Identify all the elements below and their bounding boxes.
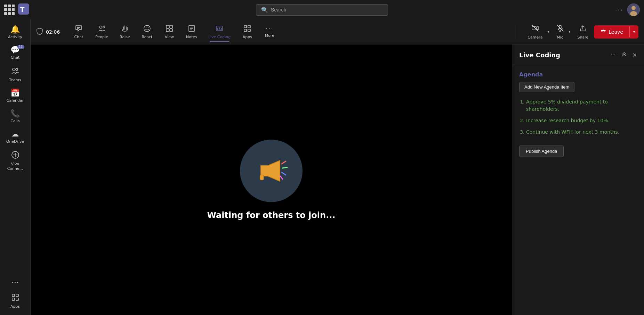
top-bar: T 🔍 ··· [0, 0, 644, 19]
sidebar-item-onedrive[interactable]: ☁ OneDrive [2, 127, 29, 147]
chat-btn-label: Chat [74, 35, 83, 39]
svg-line-40 [282, 161, 286, 164]
agenda-item-1: Approve 5% dividend payment to sharehold… [526, 98, 637, 113]
leave-main: Leave [594, 25, 629, 39]
sidebar-item-label: Calendar [7, 98, 24, 103]
more-options-icon[interactable]: ··· [615, 6, 623, 14]
people-btn-label: People [95, 35, 108, 39]
agenda-item-2: Increase research budget by 10%. [526, 117, 637, 124]
camera-icon [531, 24, 539, 34]
panel-close-btn[interactable]: ✕ [631, 50, 638, 60]
svg-point-15 [103, 26, 104, 28]
camera-group: Camera ▾ [524, 22, 550, 42]
calls-icon: 📞 [10, 110, 20, 117]
sidebar-item-teams[interactable]: Teams [2, 63, 29, 86]
sidebar-item-label: Teams [9, 78, 21, 82]
toolbar-more-btn[interactable]: ··· More [259, 23, 280, 41]
live-coding-btn-label: Live Coding [208, 35, 231, 39]
svg-point-6 [16, 68, 18, 71]
waiting-text: Waiting for others to join... [207, 210, 336, 220]
toolbar-view-btn[interactable]: View [159, 22, 180, 42]
sidebar-item-chat[interactable]: 💬 11 Chat [2, 43, 29, 63]
svg-rect-10 [12, 298, 15, 300]
panel-more-btn[interactable]: ··· [609, 50, 617, 60]
viva-icon [11, 151, 19, 160]
svg-rect-19 [166, 25, 169, 28]
apps-btn-label: Apps [243, 35, 252, 39]
shield-icon [36, 27, 43, 36]
panel-title: Live Coding [519, 51, 609, 59]
onedrive-icon: ☁ [11, 130, 19, 138]
sidebar-item-viva[interactable]: Viva Conne... [2, 147, 29, 174]
toolbar-chat-btn[interactable]: Chat [68, 22, 89, 42]
agenda-list: Approve 5% dividend payment to sharehold… [519, 98, 637, 136]
sidebar-item-calls[interactable]: 📞 Calls [2, 106, 29, 127]
sidebar: 🔔 Activity 💬 11 Chat Teams 📅 Calendar [0, 19, 31, 315]
toolbar-people-btn[interactable]: People [90, 22, 113, 42]
grid-icon[interactable] [4, 5, 15, 15]
sidebar-item-label: Viva Conne... [5, 162, 26, 171]
teams-logo: T [18, 3, 29, 16]
react-btn-icon [143, 25, 151, 33]
toolbar-notes-btn[interactable]: Notes [181, 22, 202, 42]
waiting-icon-wrap [240, 140, 303, 202]
mic-btn[interactable]: Mic [553, 22, 567, 42]
svg-line-43 [280, 176, 283, 179]
sidebar-item-activity[interactable]: 🔔 Activity [2, 22, 29, 43]
svg-point-17 [146, 27, 146, 28]
teams-icon [11, 67, 19, 76]
video-area: Waiting for others to join... [31, 44, 512, 315]
agenda-label: Agenda [519, 71, 637, 78]
megaphone-icon [254, 154, 289, 188]
panel-header: Live Coding ··· ✕ [512, 44, 644, 64]
sidebar-item-calendar[interactable]: 📅 Calendar [2, 86, 29, 106]
svg-point-14 [99, 26, 102, 28]
leave-chevron[interactable]: ▾ [629, 26, 638, 37]
add-agenda-btn[interactable]: Add New Agenda Item [519, 82, 574, 92]
activity-icon: 🔔 [10, 26, 20, 33]
svg-rect-31 [244, 29, 247, 32]
sidebar-item-more[interactable]: ··· [2, 275, 29, 290]
toolbar-live-coding-btn[interactable]: Live Coding [203, 22, 235, 42]
more-icon: ··· [11, 279, 19, 286]
toolbar-apps-btn[interactable]: Apps [237, 22, 258, 42]
svg-line-28 [219, 27, 220, 30]
panel-expand-btn[interactable] [620, 50, 628, 60]
search-bar[interactable]: 🔍 [256, 4, 388, 16]
view-btn-icon [166, 25, 173, 33]
avatar[interactable] [627, 3, 640, 16]
agenda-item-3: Continue with WFH for next 3 months. [526, 129, 637, 136]
toolbar-raise-btn[interactable]: Raise [114, 22, 135, 42]
react-btn-label: React [142, 35, 152, 39]
raise-btn-icon [121, 25, 129, 33]
sidebar-item-apps[interactable]: Apps [2, 290, 29, 312]
raise-btn-label: Raise [120, 35, 130, 39]
mic-icon [556, 24, 564, 34]
toolbar-left: 02:06 [36, 27, 60, 36]
svg-point-18 [148, 27, 148, 28]
camera-chevron[interactable]: ▾ [546, 30, 551, 34]
share-btn[interactable]: Share [574, 22, 592, 42]
sidebar-item-label: Chat [11, 55, 20, 60]
svg-point-5 [13, 68, 15, 71]
top-bar-right: ··· [615, 3, 640, 16]
meeting-toolbar: 02:06 Chat [31, 19, 644, 44]
toolbar-react-btn[interactable]: React [137, 22, 158, 42]
search-icon: 🔍 [261, 7, 268, 13]
share-btn-label: Share [578, 35, 589, 40]
panel-content: Agenda Add New Agenda Item Approve 5% di… [512, 64, 644, 315]
leave-btn[interactable]: Leave ▾ [594, 25, 638, 39]
svg-line-33 [532, 25, 538, 31]
publish-agenda-btn[interactable]: Publish Agenda [519, 146, 564, 157]
apps-icon [11, 293, 19, 303]
call-timer: 02:06 [46, 29, 60, 35]
camera-btn[interactable]: Camera [524, 22, 546, 42]
more-btn-icon: ··· [266, 26, 274, 32]
people-btn-icon [98, 25, 106, 33]
toolbar-items: Chat People [68, 22, 513, 42]
sidebar-item-label: Calls [10, 119, 19, 123]
search-input[interactable] [271, 7, 383, 13]
svg-line-42 [282, 172, 286, 175]
svg-rect-21 [166, 29, 169, 32]
mic-chevron[interactable]: ▾ [567, 30, 572, 34]
